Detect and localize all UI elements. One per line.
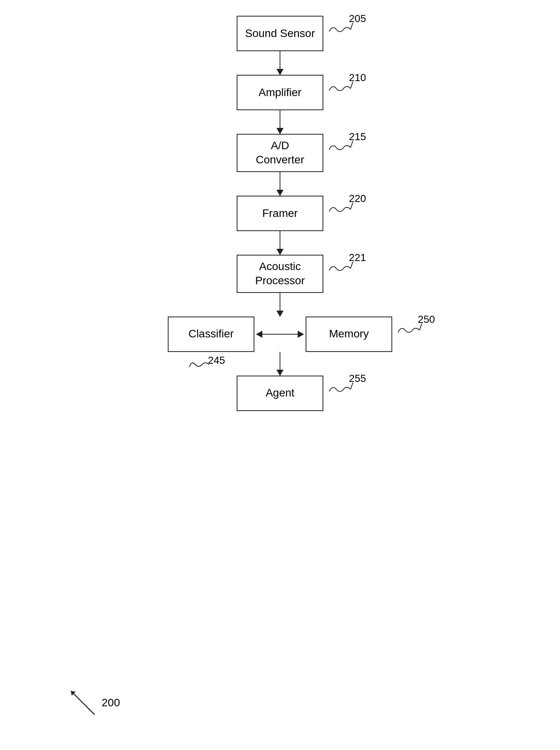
ref-220: 220 bbox=[327, 200, 355, 217]
acoustic-wrapper: AcousticProcessor 221 bbox=[237, 255, 323, 293]
agent-block: Agent bbox=[237, 376, 323, 411]
classifier-wrapper: Classifier 245 bbox=[168, 317, 254, 352]
bi-arrow bbox=[256, 334, 304, 335]
arrow-classifier-to-agent bbox=[280, 352, 280, 376]
agent-label: Agent bbox=[265, 386, 294, 400]
adc-wrapper: A/DConverter 215 bbox=[237, 134, 323, 172]
bi-arrow-wrapper bbox=[256, 334, 304, 335]
agent-wrapper: Agent 255 bbox=[237, 376, 323, 411]
arrow-adc-to-framer bbox=[280, 172, 280, 196]
memory-wrapper: Memory 250 bbox=[306, 317, 392, 352]
ref-221: 221 bbox=[327, 259, 355, 276]
figure-200-area: 200 bbox=[67, 687, 120, 719]
framer-block: Framer bbox=[237, 196, 323, 231]
ref-245: 245 bbox=[187, 356, 211, 371]
arrow-sound-to-amp bbox=[280, 51, 280, 75]
ref-210: 210 bbox=[327, 79, 355, 96]
amplifier-block: Amplifier bbox=[237, 75, 323, 110]
svg-line-7 bbox=[71, 691, 95, 715]
memory-block: Memory bbox=[306, 317, 392, 352]
classifier-block: Classifier bbox=[168, 317, 254, 352]
label-250: 250 bbox=[418, 313, 435, 326]
ref-215: 215 bbox=[327, 138, 355, 155]
ref-255: 255 bbox=[327, 380, 355, 397]
classifier-label: Classifier bbox=[188, 327, 234, 341]
arrow-acoustic-to-classifier bbox=[280, 293, 280, 317]
label-205: 205 bbox=[349, 13, 366, 25]
acoustic-label: AcousticProcessor bbox=[255, 259, 305, 288]
arrow-framer-to-acoustic bbox=[280, 231, 280, 255]
sound-sensor-wrapper: Sound Sensor 205 bbox=[237, 16, 323, 51]
label-221: 221 bbox=[349, 252, 366, 264]
diagram-container: Sound Sensor 205 Amplifier 210 A/DConv bbox=[142, 16, 418, 411]
amplifier-label: Amplifier bbox=[259, 85, 302, 100]
sound-sensor-block: Sound Sensor bbox=[237, 16, 323, 51]
label-255: 255 bbox=[349, 372, 366, 385]
adc-label: A/DConverter bbox=[256, 139, 304, 167]
squiggle-245 bbox=[187, 356, 211, 370]
framer-wrapper: Framer 220 bbox=[237, 196, 323, 231]
memory-label: Memory bbox=[329, 327, 369, 341]
acoustic-block: AcousticProcessor bbox=[237, 255, 323, 293]
adc-block: A/DConverter bbox=[237, 134, 323, 172]
label-210: 210 bbox=[349, 72, 366, 84]
ref-205: 205 bbox=[327, 20, 355, 37]
classifier-memory-row: Classifier 245 Memory bbox=[168, 317, 392, 352]
figure-200-label: 200 bbox=[102, 696, 120, 709]
framer-label: Framer bbox=[262, 206, 298, 220]
label-215: 215 bbox=[349, 131, 366, 143]
label-220: 220 bbox=[349, 193, 366, 205]
arrow-200-icon bbox=[67, 687, 98, 719]
arrow-amp-to-adc bbox=[280, 110, 280, 134]
amplifier-wrapper: Amplifier 210 bbox=[237, 75, 323, 110]
sound-sensor-label: Sound Sensor bbox=[245, 26, 315, 41]
label-245: 245 bbox=[208, 354, 225, 367]
ref-250: 250 bbox=[396, 320, 424, 338]
